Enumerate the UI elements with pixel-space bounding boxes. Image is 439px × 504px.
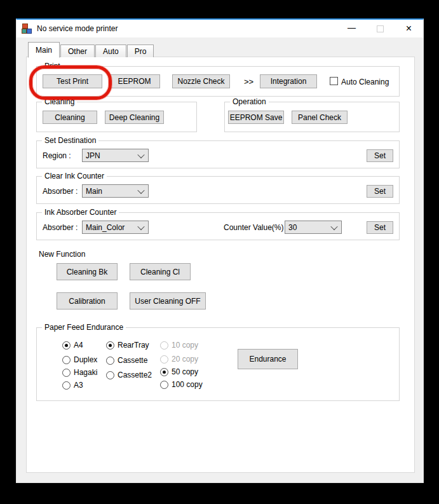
user-cleaning-off-button[interactable]: User Cleaning OFF — [130, 292, 206, 310]
clear-absorber-select[interactable]: Main — [82, 184, 149, 198]
ink-absorber-set-button[interactable]: Set — [367, 221, 393, 234]
radio-hagaki[interactable]: Hagaki — [62, 368, 97, 377]
integration-button[interactable]: Integration — [260, 74, 317, 88]
radio-a4-label: A4 — [74, 341, 83, 350]
clear-ink-counter-group-title: Clear Ink Counter — [42, 172, 107, 180]
radio-icon — [106, 357, 114, 365]
radio-50-copy-label: 50 copy — [172, 367, 198, 376]
counter-value: 30 — [288, 223, 297, 232]
app-icon — [22, 24, 32, 34]
clear-ink-set-button[interactable]: Set — [367, 185, 393, 198]
cleaning-bk-button[interactable]: Cleaning Bk — [57, 263, 118, 280]
radio-cassette-label: Cassette — [118, 356, 147, 365]
tab-other[interactable]: Other — [60, 44, 95, 57]
radio-icon — [62, 356, 71, 364]
radio-duplex-label: Duplex — [74, 355, 97, 364]
radio-cassette2-label: Cassette2 — [118, 371, 152, 379]
eeprom-button[interactable]: EEPROM — [109, 74, 160, 88]
tab-pro[interactable]: Pro — [127, 44, 154, 57]
app-icon-block-blue — [27, 29, 32, 34]
radio-100-copy[interactable]: 100 copy — [160, 380, 203, 389]
radio-a4[interactable]: A4 — [62, 341, 83, 350]
radio-icon — [62, 381, 71, 390]
radio-duplex[interactable]: Duplex — [62, 355, 97, 364]
caption-buttons: — × — [337, 20, 423, 37]
radio-icon — [62, 341, 71, 350]
tab-main[interactable]: Main — [28, 42, 60, 58]
radio-cassette2[interactable]: Cassette2 — [106, 371, 152, 379]
maximize-button — [366, 20, 395, 37]
radio-hagaki-label: Hagaki — [74, 368, 97, 377]
ink-absorber-select[interactable]: Main_Color — [82, 221, 149, 234]
radio-a3-label: A3 — [74, 381, 83, 390]
radio-20-copy-label: 20 copy — [172, 355, 198, 364]
minimize-icon: — — [348, 24, 356, 32]
chevron-down-icon — [137, 186, 144, 193]
ink-absorber-counter-group-title: Ink Absorber Counter — [42, 208, 119, 217]
auto-cleaning-label: Auto Cleaning — [341, 78, 389, 86]
set-destination-group-title: Set Destination — [42, 136, 98, 145]
tab-strip: Main Other Auto Pro — [28, 43, 154, 57]
region-label: Region : — [43, 151, 71, 160]
desktop-background: { "window": { "title": "No service mode … — [0, 0, 439, 504]
auto-cleaning-checkbox[interactable] — [330, 77, 338, 85]
radio-icon — [62, 369, 71, 377]
counter-value-label: Counter Value(%) : — [224, 223, 288, 232]
cleaning-button[interactable]: Cleaning — [43, 111, 97, 124]
radio-50-copy[interactable]: 50 copy — [160, 367, 198, 376]
region-value: JPN — [86, 151, 100, 160]
close-icon: × — [406, 24, 412, 34]
radio-reartray[interactable]: RearTray — [106, 341, 149, 350]
maximize-icon — [377, 25, 384, 32]
radio-icon — [160, 355, 168, 364]
operation-group-title: Operation — [230, 97, 269, 106]
new-function-title: New Function — [39, 250, 85, 259]
endurance-button[interactable]: Endurance — [238, 349, 298, 369]
ink-absorber-label: Absorber : — [43, 223, 78, 232]
service-tool-window: No service mode printer — × Main Other A… — [16, 18, 424, 483]
paper-feed-endurance-group-title: Paper Feed Endurance — [42, 323, 126, 332]
nozzle-check-button[interactable]: Nozzle Check — [172, 74, 230, 88]
radio-20-copy: 20 copy — [160, 355, 198, 364]
radio-icon — [160, 368, 168, 376]
radio-10-copy-label: 10 copy — [172, 341, 198, 350]
radio-icon — [160, 381, 168, 389]
deep-cleaning-button[interactable]: Deep Cleaning — [105, 111, 164, 124]
set-destination-set-button[interactable]: Set — [367, 149, 393, 162]
clear-absorber-value: Main — [86, 187, 102, 196]
test-print-button[interactable]: Test Print — [43, 74, 102, 88]
app-icon-block-green — [22, 29, 27, 34]
ink-absorber-value: Main_Color — [86, 223, 125, 232]
counter-value-select[interactable]: 30 — [285, 221, 342, 234]
radio-a3[interactable]: A3 — [62, 381, 83, 390]
chevron-down-icon — [137, 151, 144, 158]
radio-cassette[interactable]: Cassette — [106, 356, 147, 365]
minimize-button[interactable]: — — [337, 20, 366, 37]
radio-icon — [160, 341, 168, 350]
panel-check-button[interactable]: Panel Check — [292, 111, 348, 124]
region-select[interactable]: JPN — [82, 149, 149, 162]
tab-auto[interactable]: Auto — [95, 44, 126, 57]
paper-feed-endurance-group: Paper Feed Endurance — [36, 327, 400, 401]
cleaning-group-title: Cleaning — [42, 97, 77, 106]
chevron-down-icon — [137, 222, 144, 229]
radio-reartray-label: RearTray — [118, 341, 149, 350]
cleaning-cl-button[interactable]: Cleaning Cl — [130, 263, 191, 280]
titlebar: No service mode printer — × — [17, 20, 423, 37]
radio-icon — [106, 371, 114, 379]
close-button[interactable]: × — [395, 20, 423, 37]
eeprom-save-button[interactable]: EEPROM Save — [228, 111, 284, 124]
window-title: No service mode printer — [37, 24, 118, 33]
clear-absorber-label: Absorber : — [43, 187, 78, 196]
radio-100-copy-label: 100 copy — [172, 380, 203, 389]
radio-10-copy: 10 copy — [160, 341, 198, 350]
radio-icon — [106, 341, 114, 350]
tab-page-main: Print Test Print EEPROM Nozzle Check >> … — [26, 57, 415, 473]
chevron-down-icon — [330, 222, 337, 229]
print-group-title: Print — [42, 62, 63, 71]
calibration-button[interactable]: Calibration — [57, 292, 118, 310]
chevron-separator: >> — [244, 77, 253, 86]
app-icon-block-red — [22, 24, 28, 29]
